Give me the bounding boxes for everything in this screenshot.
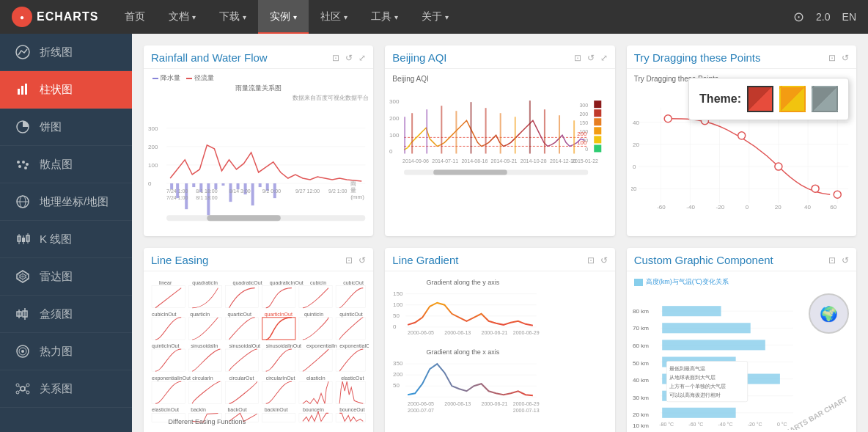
sidebar-item-relation[interactable]: 关系图 [0, 370, 132, 408]
card-toolbar: ⊡ ↺ ⤢ [332, 53, 366, 63]
custom-legend: 高度(km)与气温(℃)变化关系 [631, 276, 852, 288]
sidebar-label-relation: 关系图 [40, 382, 73, 396]
nav-docs[interactable]: 文档 ▾ [157, 0, 207, 34]
svg-text:40: 40 [804, 204, 811, 210]
sidebar-item-k[interactable]: K 线图 [0, 221, 132, 258]
svg-rect-107 [559, 115, 560, 153]
rainfall-subtitle: 雨量流量关系图 [148, 84, 369, 93]
download-icon-5[interactable]: ⊡ [587, 255, 595, 266]
sidebar-label-scatter: 散点图 [40, 158, 73, 172]
sidebar-item-line[interactable]: 折线图 [0, 34, 132, 71]
nav-community[interactable]: 社区 ▾ [309, 0, 359, 34]
svg-text:sinusoidalInOut: sinusoidalInOut [266, 343, 301, 348]
svg-rect-97 [411, 113, 413, 153]
svg-text:backIn: backIn [191, 407, 206, 412]
top-navigation: ● ECHARTS 首页 文档 ▾ 下载 ▾ 实例 ▾ 社区 ▾ 工具 ▾ 关于… [0, 0, 868, 34]
sidebar-item-heat[interactable]: 热力图 [0, 333, 132, 370]
sidebar-item-map[interactable]: 地理坐标/地图 [0, 183, 132, 221]
svg-text:sinusoidalIn: sinusoidalIn [191, 343, 218, 348]
nav-items: 首页 文档 ▾ 下载 ▾ 实例 ▾ 社区 ▾ 工具 ▾ 关于 ▾ [113, 0, 793, 34]
svg-text:Gradient along the y axis: Gradient along the y axis [427, 279, 500, 286]
download-icon-2[interactable]: ⊡ [574, 53, 581, 63]
svg-text:40 km: 40 km [633, 377, 649, 384]
svg-rect-99 [441, 106, 443, 153]
svg-text:2000-06-29: 2000-06-29 [513, 401, 540, 406]
svg-text:circularInOut: circularInOut [266, 376, 295, 381]
theme-swatch-red[interactable] [747, 86, 773, 112]
refresh-icon-5[interactable]: ↺ [600, 255, 608, 266]
svg-text:quadraticInOut: quadraticInOut [270, 280, 304, 286]
github-icon[interactable]: ⊙ [793, 9, 804, 25]
sidebar-item-scatter[interactable]: 散点图 [0, 146, 132, 183]
expand-icon-2[interactable]: ⤢ [600, 53, 608, 63]
svg-rect-16 [22, 238, 25, 242]
card-aqi-toolbar: ⊡ ↺ ⤢ [574, 53, 608, 63]
svg-text:sinusoidalOut: sinusoidalOut [229, 343, 260, 348]
lang-toggle[interactable]: EN [842, 11, 856, 23]
refresh-icon-3[interactable]: ↺ [842, 53, 849, 63]
svg-text:cubicOut: cubicOut [343, 280, 364, 285]
nav-examples[interactable]: 实例 ▾ [258, 0, 309, 34]
refresh-icon[interactable]: ↺ [345, 53, 353, 63]
sidebar-label-heat: 热力图 [40, 345, 73, 359]
aqi-svg: 300 200 100 0 300 200 150 100 50 [389, 84, 610, 227]
nav-download[interactable]: 下载 ▾ [207, 0, 258, 34]
refresh-icon-6[interactable]: ↺ [842, 255, 849, 266]
bar-chart-icon [15, 81, 31, 98]
sidebar-item-box[interactable]: 盒须图 [0, 296, 132, 333]
svg-text:50: 50 [393, 382, 400, 389]
nav-tools[interactable]: 工具 ▾ [359, 0, 410, 34]
nav-home[interactable]: 首页 [113, 0, 157, 34]
svg-line-37 [25, 387, 27, 388]
radar-chart-icon [15, 268, 31, 285]
aqi-chart-inner: Beijing AQI 300 200 100 0 300 200 150 10… [385, 69, 614, 227]
svg-rect-180 [262, 349, 295, 371]
svg-point-144 [812, 185, 819, 192]
community-arrow: ▾ [344, 13, 347, 21]
download-icon-4[interactable]: ⊡ [345, 255, 353, 266]
theme-swatch-yellow[interactable] [779, 86, 806, 112]
download-icon[interactable]: ⊡ [332, 53, 339, 63]
svg-text:backOut: backOut [227, 407, 246, 412]
download-icon-6[interactable]: ⊡ [828, 255, 836, 266]
nav-about[interactable]: 关于 ▾ [410, 0, 460, 34]
svg-point-143 [775, 163, 782, 170]
svg-text:0: 0 [745, 204, 749, 210]
relation-chart-icon [15, 381, 31, 397]
svg-text:100: 100 [148, 162, 158, 169]
refresh-icon-4[interactable]: ↺ [358, 255, 366, 266]
svg-text:2000-06-21: 2000-06-21 [482, 401, 508, 406]
svg-text:Gradient along the x axis: Gradient along the x axis [427, 348, 500, 356]
svg-text:2000-06-13: 2000-06-13 [445, 401, 471, 406]
svg-text:8/14 3:00: 8/14 3:00 [229, 188, 250, 194]
svg-text:linear: linear [159, 280, 172, 285]
svg-rect-90 [595, 144, 602, 152]
sidebar-item-radar[interactable]: 雷达图 [0, 258, 132, 296]
line-chart-icon [15, 44, 31, 60]
sidebar-label-map: 地理坐标/地图 [40, 195, 108, 209]
svg-rect-82 [595, 109, 602, 117]
expand-icon[interactable]: ⤢ [358, 53, 366, 63]
svg-rect-189 [152, 381, 185, 403]
svg-text:quarticOut: quarticOut [227, 312, 251, 318]
svg-rect-179 [225, 349, 258, 371]
svg-text:exponentialInOut: exponentialInOut [152, 376, 191, 381]
svg-text:-60 °C: -60 °C [688, 422, 703, 427]
sidebar-label-k: K 线图 [40, 233, 72, 246]
theme-swatch-gray[interactable] [812, 86, 838, 112]
svg-text:300: 300 [580, 103, 589, 108]
card-rainfall-title[interactable]: Rainfall and Water Flow [151, 51, 268, 64]
svg-text:exponentialIn: exponentialIn [306, 343, 337, 349]
sidebar-item-bar[interactable]: 柱状图 [0, 71, 132, 109]
svg-text:circularIn: circularIn [192, 376, 213, 381]
svg-text:20: 20 [775, 204, 781, 210]
svg-rect-177 [152, 349, 185, 371]
card-aqi-title: Beijing AQI [392, 51, 446, 64]
svg-text:0: 0 [393, 323, 397, 330]
svg-text:7/24 1:00: 7/24 1:00 [166, 188, 188, 194]
download-icon-3[interactable]: ⊡ [828, 53, 836, 63]
svg-text:elasticOut: elasticOut [341, 376, 364, 381]
refresh-icon-2[interactable]: ↺ [587, 53, 595, 63]
sidebar-item-pie[interactable]: 饼图 [0, 109, 132, 146]
rainfall-chart-inner: 降水量 径流量 雨量流量关系图 数据来自百度可视化数据平台 300 200 10… [144, 69, 373, 227]
